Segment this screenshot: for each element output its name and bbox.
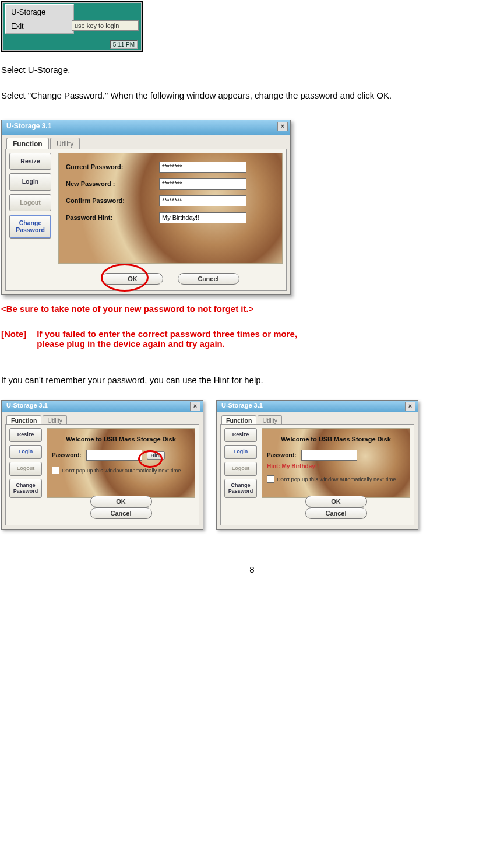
- tray-context-menu: U-Storage Exit: [5, 4, 74, 34]
- label-password: Password:: [52, 452, 82, 458]
- input-confirm-password[interactable]: [159, 195, 246, 206]
- paragraph-select-ustorage: Select U-Storage.: [1, 64, 503, 76]
- side-button-resize[interactable]: Resize: [9, 153, 51, 170]
- input-password[interactable]: [86, 450, 142, 461]
- tab-function[interactable]: Function: [221, 415, 256, 425]
- tab-utility[interactable]: Utility: [258, 415, 282, 425]
- cancel-button[interactable]: Cancel: [178, 273, 239, 285]
- label-password-hint: Password Hint:: [66, 214, 153, 221]
- side-button-login[interactable]: Login: [9, 173, 51, 191]
- checkbox-label: Don't pop up this window automatically n…: [62, 467, 181, 474]
- window-title: U-Storage 3.1: [221, 402, 263, 409]
- side-button-change-password[interactable]: Change Password: [9, 479, 42, 499]
- tab-function[interactable]: Function: [6, 415, 41, 425]
- side-button-change-password[interactable]: Change Password: [224, 479, 257, 499]
- window-title: U-Storage 3.1: [6, 402, 48, 409]
- label-new-password: New Password :: [66, 180, 153, 187]
- checkbox-dont-popup[interactable]: [52, 467, 59, 474]
- note-body-line-2: please plug in the device again and try …: [37, 339, 297, 349]
- label-confirm-password: Confirm Password:: [66, 197, 153, 204]
- label-password: Password:: [267, 452, 297, 458]
- input-new-password[interactable]: [159, 178, 246, 190]
- change-password-screenshot: U-Storage 3.1 × Function Utility Resize …: [1, 120, 291, 295]
- hint-text: Hint: My Birthday!!: [267, 463, 405, 469]
- login-screenshot-with-hint-button: U-Storage 3.1 × Function Utility Resize …: [1, 400, 203, 530]
- ok-button[interactable]: OK: [305, 496, 367, 507]
- side-button-login[interactable]: Login: [224, 445, 257, 459]
- side-button-resize[interactable]: Resize: [224, 428, 257, 442]
- tray-menu-item-exit[interactable]: Exit: [6, 19, 73, 33]
- checkbox-label: Don't pop up this window automatically n…: [277, 476, 396, 482]
- tab-utility[interactable]: Utility: [43, 415, 67, 425]
- cancel-button[interactable]: Cancel: [305, 507, 367, 519]
- input-password[interactable]: [301, 450, 357, 461]
- note-label: [Note]: [1, 329, 26, 349]
- tray-clock: 5:11 PM: [110, 40, 138, 49]
- tray-tooltip: use key to login: [72, 20, 139, 31]
- ok-button[interactable]: OK: [101, 273, 163, 285]
- label-current-password: Current Password:: [66, 163, 153, 170]
- note-body-line-1: If you failed to enter the correct passw…: [37, 329, 297, 339]
- warning-note-password: <Be sure to take note of your new passwo…: [1, 303, 503, 315]
- ok-button[interactable]: OK: [90, 496, 152, 507]
- side-button-resize[interactable]: Resize: [9, 428, 42, 442]
- close-icon[interactable]: ×: [190, 402, 200, 411]
- input-password-hint[interactable]: [159, 212, 246, 223]
- close-icon[interactable]: ×: [277, 122, 288, 131]
- login-screenshot-showing-hint: U-Storage 3.1 × Function Utility Resize …: [216, 400, 418, 530]
- page-number: 8: [0, 565, 504, 574]
- welcome-text: Welcome to USB Mass Storage Disk: [52, 436, 190, 443]
- close-icon[interactable]: ×: [405, 402, 415, 411]
- side-button-logout[interactable]: Logout: [9, 194, 51, 212]
- window-title: U-Storage 3.1: [6, 122, 51, 130]
- side-button-login[interactable]: Login: [9, 445, 42, 459]
- tab-utility[interactable]: Utility: [50, 138, 80, 149]
- change-password-form: Current Password: New Password : Confirm…: [58, 153, 283, 264]
- welcome-text: Welcome to USB Mass Storage Disk: [267, 436, 405, 443]
- side-button-logout[interactable]: Logout: [9, 462, 42, 476]
- titlebar: U-Storage 3.1 ×: [2, 120, 290, 135]
- cancel-button[interactable]: Cancel: [90, 507, 152, 519]
- input-current-password[interactable]: [159, 162, 246, 173]
- checkbox-dont-popup[interactable]: [267, 475, 274, 483]
- side-button-logout[interactable]: Logout: [224, 462, 257, 476]
- tab-function[interactable]: Function: [6, 138, 49, 149]
- tray-menu-item-ustorage[interactable]: U-Storage: [6, 5, 73, 19]
- hint-button[interactable]: Hint: [147, 451, 165, 460]
- paragraph-select-change-password: Select "Change Password." When the follo…: [1, 90, 503, 101]
- side-button-change-password[interactable]: Change Password: [9, 215, 51, 239]
- paragraph-hint-help: If you can't remember your password, you…: [1, 374, 503, 386]
- tray-screenshot: U-Storage Exit use key to login 5:11 PM: [1, 1, 143, 52]
- note-block: [Note] If you failed to enter the correc…: [1, 329, 503, 349]
